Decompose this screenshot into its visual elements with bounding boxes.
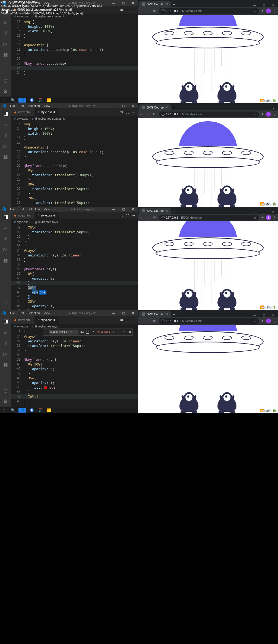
chrome-close-button[interactable]: ✕ [268,4,278,7]
close-button[interactable]: ✕ [128,311,138,315]
chrome-tab-strip[interactable]: SVG Course ✕ + — ▢ ✕ [138,0,278,7]
maximize-button[interactable]: ▢ [119,104,128,108]
code-line[interactable]: 37 } [11,348,138,353]
code-line[interactable]: 24 } [11,70,138,75]
regex-icon[interactable]: .* [91,330,95,334]
extensions-icon[interactable]: ▦ [2,154,8,160]
breadcrumb-file[interactable]: style.css [17,325,28,328]
chrome-close-button[interactable]: ✕ [268,107,278,110]
next-match-icon[interactable]: ↓ [117,330,121,334]
extensions-icon[interactable]: ✦ [261,9,264,13]
breadcrumb-file[interactable]: style.css [17,220,28,224]
address-bar[interactable]: ⓘ 127.0.0.1:5500/index.html ☆ [159,8,259,14]
taskbar-search-icon[interactable]: 🔍 [10,98,16,103]
close-button[interactable]: ✕ [128,1,138,5]
chrome-tab-strip[interactable]: SVG Course ✕ + — ▢ ✕ [138,310,278,317]
code-line[interactable]: 13 svg { [11,20,138,24]
code-line[interactable]: 33 [11,244,138,248]
profile-avatar[interactable]: S [266,318,271,323]
tab-style-css[interactable]: # style.css [34,212,59,219]
code-line[interactable]: 22 @keyframes spaceship{ [11,163,138,168]
address-bar[interactable]: ⓘ 127.0.0.1:5500/index.html ☆ [159,318,259,324]
debug-icon[interactable]: ▷ [2,351,8,357]
maximize-button[interactable]: ▢ [119,311,128,315]
menu-bar[interactable]: File Edit Selection View ··· [8,311,58,315]
code-line[interactable]: 19 animation: spaceship 10s ease-in-out; [11,47,138,52]
chrome-maximize-button[interactable]: ▢ [259,210,268,214]
nav-reload-icon[interactable]: ⟳ [152,112,157,116]
code-line[interactable]: 24 transform: translateY(-300px); [11,173,138,177]
site-info-icon[interactable]: ⓘ [162,112,165,116]
code-line[interactable]: 17 [11,140,138,145]
code-line[interactable]: 14 height: 100%; [11,24,138,29]
address-bar[interactable]: ⓘ 127.0.0.1:5500/index.html ☆ [159,215,259,221]
code-line[interactable]: 48 } [11,399,138,404]
code-line[interactable]: 29 70%{ [11,225,138,230]
compare-icon[interactable]: ⇆ [120,213,123,217]
browser-tab[interactable]: SVG Course ✕ [139,208,171,214]
find-widget[interactable]: › Aa ab .* No results ↑ ↓ ≡ ✕ [43,329,133,336]
tab-close-icon[interactable]: ✕ [165,106,168,109]
code-editor[interactable]: 29 70%{ 30 transform: translateY(50px); … [11,225,138,318]
code-line[interactable]: 30 transform: translateY(50px); [11,230,138,234]
code-line[interactable]: 23 [11,66,138,70]
source-control-icon[interactable]: ⑂ [2,30,8,36]
nav-forward-icon[interactable]: → [146,9,150,13]
bookmark-star-icon[interactable]: ☆ [254,319,256,323]
debug-icon[interactable]: ▷ [2,41,8,47]
tab-close-icon[interactable]: ✕ [165,2,168,6]
os-taskbar[interactable]: ⊞ 🔍 [0,407,140,413]
site-info-icon[interactable]: ⓘ [162,319,165,323]
maximize-button[interactable]: ▢ [119,208,128,211]
bookmark-star-icon[interactable]: ☆ [254,113,256,116]
menu-view[interactable]: View [42,311,52,315]
breadcrumb-symbol[interactable]: @keyframes spaceship [34,117,66,120]
site-info-icon[interactable]: ⓘ [162,9,165,13]
search-icon[interactable]: ⌕ [2,329,8,335]
taskbar-figma-icon[interactable] [37,408,43,413]
minimize-button[interactable]: — [109,208,119,211]
menu-view[interactable]: View [42,104,52,108]
match-case-icon[interactable]: Aa [80,330,84,334]
code-line[interactable]: 21 [11,159,138,163]
code-line[interactable]: 19 animation: spaceship 10s ease-in-out; [11,150,138,154]
profile-avatar[interactable]: S [266,112,271,117]
menu-selection[interactable]: Selection [26,207,42,211]
search-icon[interactable]: ⌕ [2,19,8,25]
source-control-icon[interactable]: ⑂ [2,132,8,138]
windows-start-icon[interactable]: ⊞ [1,408,7,413]
code-line[interactable]: 46 opacity: 1; [11,304,138,308]
code-line[interactable]: 15 width: 100%; [11,131,138,136]
code-line[interactable]: 21 [11,57,138,61]
code-line[interactable]: 35 animation: rays 10s linear; [11,253,138,258]
code-line[interactable]: 44 } [11,295,138,299]
minimize-button[interactable]: — [109,311,119,315]
split-editor-icon[interactable]: ▯▯ [126,8,129,12]
compare-icon[interactable]: ⇆ [120,8,123,12]
chrome-minimize-button[interactable]: — [249,210,259,214]
new-tab-button[interactable]: + [171,106,178,110]
find-input[interactable] [49,330,78,335]
files-icon[interactable]: ◨ [2,318,9,324]
taskbar-explorer-icon[interactable] [46,98,52,103]
code-line[interactable]: 29 70%{ [11,196,138,200]
tray-up-icon[interactable]: ˄ [256,305,258,309]
tray-up-icon[interactable]: ˄ [256,409,258,412]
code-line[interactable]: 25 } [11,177,138,182]
tray-up-icon[interactable]: ˄ [256,99,258,102]
tab-index-html[interactable]: ◆ index.html [11,316,34,324]
source-control-icon[interactable]: ⑂ [2,236,8,242]
menu-file[interactable]: File [8,207,17,211]
nav-reload-icon[interactable]: ⟳ [152,9,157,13]
close-button[interactable]: ✕ [128,208,138,211]
tab-more-icon[interactable]: ··· [132,213,135,217]
menu-more[interactable]: ··· [52,311,58,315]
tab-style-css[interactable]: # style.css [34,108,59,116]
chrome-minimize-button[interactable]: — [249,4,259,7]
taskbar-vscode-icon[interactable] [18,98,26,103]
profile-avatar[interactable]: S [266,8,271,13]
code-line[interactable]: 43 opaopa [11,290,138,295]
nav-back-icon[interactable]: ← [139,112,144,116]
code-line[interactable]: 44 opacity: 1; [11,380,138,385]
menu-edit[interactable]: Edit [17,311,26,315]
